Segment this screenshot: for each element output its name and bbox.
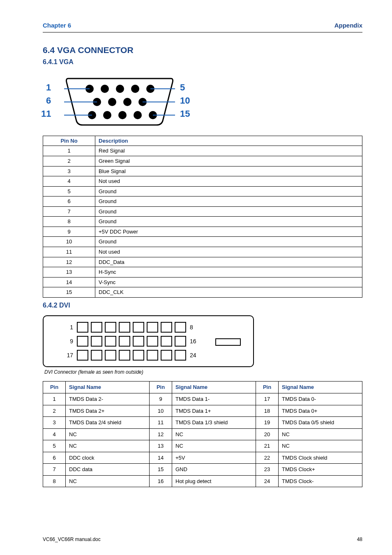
vga-pin-label-1: 1 bbox=[46, 81, 51, 94]
table-row: 7DDC data15GND23TMDS Clock+ bbox=[43, 464, 362, 476]
cell-desc: Green Signal bbox=[95, 156, 362, 166]
dvi-pin-icon bbox=[77, 322, 88, 333]
cell-pin: 16 bbox=[150, 475, 172, 487]
cell-pin: 1 bbox=[43, 146, 95, 156]
header-rule bbox=[43, 32, 362, 32]
table-row: 7Ground bbox=[43, 206, 362, 217]
cell-pin: 19 bbox=[256, 417, 279, 429]
vga-connector-diagram: 1 6 11 5 10 15 bbox=[39, 72, 203, 130]
cell-desc: +5V DDC Power bbox=[95, 227, 362, 237]
table-row: 2Green Signal bbox=[43, 156, 362, 166]
dvi-pin-icon bbox=[91, 322, 102, 333]
table-row: 1Red Signal bbox=[43, 146, 362, 156]
cell-pin: 4 bbox=[43, 428, 66, 440]
footer-page-number: 48 bbox=[357, 536, 362, 543]
cell-pin: 20 bbox=[256, 428, 279, 440]
cell-pin: 5 bbox=[43, 186, 95, 197]
cell-desc: V-Sync bbox=[95, 277, 362, 287]
cell-pin: 14 bbox=[150, 452, 172, 464]
dvi-pin-icon bbox=[175, 350, 186, 361]
cell-name: TMDS Data 2- bbox=[66, 393, 150, 405]
cell-pin: 2 bbox=[43, 405, 66, 417]
cell-pin: 9 bbox=[150, 393, 172, 405]
table-row: 4Not used bbox=[43, 176, 362, 187]
vga-pin-label-10: 10 bbox=[180, 95, 190, 107]
cell-desc: Ground bbox=[95, 186, 362, 197]
dvi-pin-icon bbox=[105, 336, 116, 347]
dvi-row-label: 17 bbox=[64, 352, 73, 359]
dvi-row-label: 1 bbox=[64, 324, 73, 331]
table-row: 3TMDS Data 2/4 shield11TMDS Data 1/3 shi… bbox=[43, 417, 362, 429]
cell-pin: 3 bbox=[43, 417, 66, 429]
dvi-pin-icon bbox=[133, 322, 144, 333]
cell-pin: 18 bbox=[256, 405, 279, 417]
table-row: 6Ground bbox=[43, 197, 362, 207]
cell-name: Hot plug detect bbox=[172, 475, 256, 487]
dvi-pin-table: Pin Signal Name Pin Signal Name Pin Sign… bbox=[43, 381, 362, 487]
dvi-pin-icon bbox=[147, 350, 158, 361]
cell-name: TMDS Data 1+ bbox=[172, 405, 256, 417]
cell-desc: DDC_Data bbox=[95, 257, 362, 267]
cell-name: NC bbox=[279, 428, 362, 440]
cell-pin: 21 bbox=[256, 440, 279, 452]
vga-pin-label-6: 6 bbox=[46, 95, 51, 107]
cell-name: DDC clock bbox=[66, 452, 150, 464]
vga-subtitle: 6.4.1 VGA bbox=[43, 58, 362, 67]
col-name: Signal Name bbox=[279, 382, 362, 393]
cell-name: NC bbox=[66, 475, 150, 487]
cell-pin: 6 bbox=[43, 452, 66, 464]
dvi-row-label: 24 bbox=[190, 352, 199, 359]
cell-name: TMDS Data 2/4 shield bbox=[66, 417, 150, 429]
svg-point-3 bbox=[131, 85, 139, 93]
cell-pin: 15 bbox=[43, 287, 95, 298]
dvi-subtitle: 6.4.2 DVI bbox=[43, 301, 362, 310]
header-chapter: Chapter 6 bbox=[43, 21, 71, 30]
table-row: 6DDC clock14+5V22TMDS Clock shield bbox=[43, 452, 362, 464]
table-row: 9+5V DDC Power bbox=[43, 227, 362, 237]
header-section: Appendix bbox=[334, 21, 362, 30]
cell-desc: H-Sync bbox=[95, 267, 362, 278]
table-row: 13H-Sync bbox=[43, 267, 362, 278]
col-name: Signal Name bbox=[66, 382, 150, 393]
dvi-pin-icon bbox=[133, 336, 144, 347]
cell-desc: Blue Signal bbox=[95, 166, 362, 176]
dvi-pin-icon bbox=[175, 322, 186, 333]
cell-pin: 11 bbox=[150, 417, 172, 429]
cell-name: TMDS Clock- bbox=[279, 475, 362, 487]
dvi-pin-icon bbox=[77, 336, 88, 347]
table-row: 1TMDS Data 2-9TMDS Data 1-17TMDS Data 0- bbox=[43, 393, 362, 405]
cell-name: TMDS Data 2+ bbox=[66, 405, 150, 417]
cell-desc: Not used bbox=[95, 247, 362, 257]
cell-pin: 12 bbox=[150, 428, 172, 440]
svg-point-11 bbox=[118, 111, 127, 119]
cell-name: TMDS Clock+ bbox=[279, 464, 362, 476]
footer-filename: VC66_VC66R manual.doc bbox=[43, 536, 101, 542]
cell-pin: 2 bbox=[43, 156, 95, 166]
page-footer: VC66_VC66R manual.doc 48 bbox=[43, 536, 362, 543]
dvi-pin-icon bbox=[105, 322, 116, 333]
cell-name: NC bbox=[172, 440, 256, 452]
cell-pin: 7 bbox=[43, 206, 95, 217]
cell-pin: 17 bbox=[256, 393, 279, 405]
dvi-pin-icon bbox=[119, 350, 130, 361]
dvi-caption: DVI Connector (female as seen from outsi… bbox=[44, 369, 362, 375]
dvi-pin-icon bbox=[119, 322, 130, 333]
cell-pin: 5 bbox=[43, 440, 66, 452]
cell-pin: 13 bbox=[43, 267, 95, 278]
dvi-row-label: 8 bbox=[190, 324, 199, 331]
cell-pin: 3 bbox=[43, 166, 95, 176]
table-row: 5NC13NC21NC bbox=[43, 440, 362, 452]
table-row: 10Ground bbox=[43, 237, 362, 247]
dvi-pin-icon bbox=[77, 350, 88, 361]
cell-name: NC bbox=[172, 428, 256, 440]
vga-shell-icon bbox=[64, 76, 175, 126]
cell-pin: 7 bbox=[43, 464, 66, 476]
cell-pin: 8 bbox=[43, 475, 66, 487]
svg-point-7 bbox=[123, 98, 131, 106]
cell-pin: 13 bbox=[150, 440, 172, 452]
cell-name: NC bbox=[279, 440, 362, 452]
dvi-row-label: 16 bbox=[190, 338, 199, 345]
cell-name: DDC data bbox=[66, 464, 150, 476]
cell-pin: 6 bbox=[43, 197, 95, 207]
table-row: 14V-Sync bbox=[43, 277, 362, 287]
